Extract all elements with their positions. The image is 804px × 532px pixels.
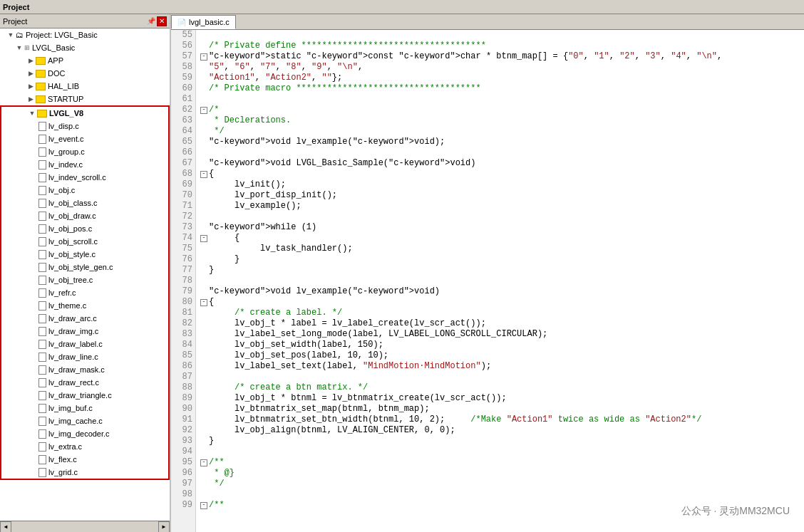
code-line-75: lv_task_handler(); (200, 244, 800, 254)
expand-box-95[interactable]: - (200, 459, 207, 466)
title-bar: Project (0, 0, 804, 14)
tree-file-lv_refr[interactable]: lv_refr.c (1, 286, 168, 299)
file-label: lv_flex.c (48, 455, 77, 464)
tree-file-lv_draw_mask[interactable]: lv_draw_mask.c (1, 363, 168, 376)
scroll-right-btn[interactable]: ▶ (158, 521, 170, 533)
tree-file-lv_group[interactable]: lv_group.c (1, 145, 168, 158)
tree-file-lv_draw_img[interactable]: lv_draw_img.c (1, 325, 168, 338)
tree-doc[interactable]: ▶ DOC (0, 67, 170, 80)
line-num-95: 95 (174, 457, 192, 468)
tree-file-lv_obj_draw[interactable]: lv_obj_draw.c (1, 209, 168, 222)
tree-app[interactable]: ▶ APP (0, 54, 170, 67)
line-num-78: 78 (174, 276, 192, 286)
file-label: lv_obj_style_gen.c (48, 263, 113, 271)
tree-file-lv_draw_rect[interactable]: lv_draw_rect.c (1, 376, 168, 389)
line-num-93: 93 (174, 436, 192, 447)
tree-file-lv_indev_scroll[interactable]: lv_indev_scroll.c (1, 171, 168, 184)
tree-root[interactable]: ▼ 🗂 Project: LVGL_Basic (0, 28, 170, 41)
hal-expand[interactable]: ▶ (26, 81, 36, 91)
expand-box-74[interactable]: - (200, 235, 207, 242)
tree-file-lv_obj_style_gen[interactable]: lv_obj_style_gen.c (1, 261, 168, 273)
code-line-73: "c-keyword">while (1) (200, 222, 800, 233)
code-panel: 📄 lvgl_basic.c 5556575859606162636465666… (171, 14, 804, 532)
tree-file-lv_draw_line[interactable]: lv_draw_line.c (1, 350, 168, 363)
tree-file-lv_disp[interactable]: lv_disp.c (1, 120, 168, 132)
tree-file-lv_img_cache[interactable]: lv_img_cache.c (1, 414, 168, 427)
project-tree: ▼ 🗂 Project: LVGL_Basic ▼ ⊞ LVGL_Basic ▶… (0, 28, 170, 521)
lvgl-v8-expand[interactable]: ▼ (27, 108, 37, 118)
scroll-left-btn[interactable]: ◀ (0, 521, 11, 533)
startup-expand[interactable]: ▶ (26, 94, 36, 104)
tree-file-lv_img_decoder[interactable]: lv_img_decoder.c (1, 427, 168, 440)
file-label: lv_refr.c (48, 288, 76, 297)
line-num-58: 58 (174, 62, 192, 73)
expand-box-57[interactable]: - (200, 53, 207, 61)
lvgl-basic-label: LVGL_Basic (32, 43, 75, 52)
code-tab[interactable]: 📄 lvgl_basic.c (171, 15, 236, 29)
tree-file-lv_draw_label[interactable]: lv_draw_label.c (1, 338, 168, 350)
code-line-85: lv_obj_set_pos(label, 10, 10); (200, 350, 800, 361)
app-expand[interactable]: ▶ (26, 56, 36, 66)
expand-box-68[interactable]: - (200, 171, 207, 178)
tree-file-lv_obj_scroll[interactable]: lv_obj_scroll.c (1, 235, 168, 248)
file-label: lv_obj_tree.c (48, 276, 93, 284)
file-label: lv_obj_class.c (48, 199, 97, 207)
file-label: lv_event.c (48, 135, 84, 143)
tree-file-lv_obj_pos[interactable]: lv_obj_pos.c (1, 222, 168, 235)
close-button[interactable]: ✕ (157, 16, 167, 26)
scroll-track[interactable] (11, 521, 158, 533)
code-line-95: -/** (200, 457, 800, 468)
app-label: APP (48, 56, 63, 65)
lvgl-v8-label: LVGL_V8 (49, 109, 83, 118)
tree-file-lv_indev[interactable]: lv_indev.c (1, 158, 168, 171)
tab-icon: 📄 (177, 19, 186, 26)
code-line-64: */ (200, 126, 800, 137)
tree-lvgl-v8[interactable]: ▼ LVGL_V8 (1, 107, 168, 120)
tree-file-lv_obj_style[interactable]: lv_obj_style.c (1, 248, 168, 261)
lvgl-v8-section: ▼ LVGL_V8 lv_disp.c lv_event.c lv_group.… (0, 105, 170, 480)
file-label: lv_draw_mask.c (48, 365, 105, 374)
doc-expand[interactable]: ▶ (26, 68, 36, 78)
tree-file-lv_img_buf[interactable]: lv_img_buf.c (1, 402, 168, 414)
tree-file-lv_obj_class[interactable]: lv_obj_class.c (1, 197, 168, 209)
expand-box-62[interactable]: - (200, 107, 207, 114)
line-num-64: 64 (174, 126, 192, 137)
tab-label: lvgl_basic.c (189, 18, 230, 26)
code-line-97: */ (200, 479, 800, 489)
line-num-82: 82 (174, 318, 192, 329)
tree-lvgl-basic[interactable]: ▼ ⊞ LVGL_Basic (0, 41, 170, 54)
line-num-83: 83 (174, 329, 192, 340)
code-line-90: lv_btnmatrix_set_map(btnml, btnm_map); (200, 404, 800, 414)
pin-icon[interactable]: 📌 (147, 17, 155, 25)
tree-file-lv_obj_tree[interactable]: lv_obj_tree.c (1, 273, 168, 286)
file-label: lv_obj_draw.c (48, 212, 96, 220)
title-text: Project (3, 3, 29, 11)
tree-file-lv_grid[interactable]: lv_grid.c (1, 466, 168, 479)
line-num-90: 90 (174, 404, 192, 414)
panel-header: Project 📌 ✕ (0, 14, 170, 28)
expand-box-80[interactable]: - (200, 299, 207, 306)
tree-file-lv_draw_arc[interactable]: lv_draw_arc.c (1, 312, 168, 325)
tree-file-lv_obj[interactable]: lv_obj.c (1, 184, 168, 197)
tree-hal-lib[interactable]: ▶ HAL_LIB (0, 80, 170, 93)
tree-file-lv_theme[interactable]: lv_theme.c (1, 299, 168, 312)
tree-file-lv_extra[interactable]: lv_extra.c (1, 440, 168, 453)
file-label: lv_indev.c (48, 160, 83, 169)
line-num-72: 72 (174, 212, 192, 222)
code-area[interactable]: 5556575859606162636465666768697071727374… (171, 30, 804, 532)
code-line-72 (200, 212, 800, 222)
line-num-96: 96 (174, 468, 192, 479)
file-label: lv_img_cache.c (48, 417, 103, 425)
lvgl-basic-expand[interactable]: ▼ (14, 43, 24, 53)
tree-file-lv_event[interactable]: lv_event.c (1, 132, 168, 145)
tree-file-lv_flex[interactable]: lv_flex.c (1, 453, 168, 466)
panel-scrollbar: ◀ ▶ (0, 521, 170, 532)
tree-startup[interactable]: ▶ STARTUP (0, 93, 170, 105)
line-num-75: 75 (174, 244, 192, 254)
code-line-76: } (200, 254, 800, 265)
tree-file-lv_draw_triangle[interactable]: lv_draw_triangle.c (1, 389, 168, 402)
root-expand-icon[interactable]: ▼ (6, 30, 16, 40)
code-line-69: lv_init(); (200, 179, 800, 190)
expand-box-99[interactable]: - (200, 502, 207, 509)
file-label: lv_disp.c (48, 122, 79, 130)
